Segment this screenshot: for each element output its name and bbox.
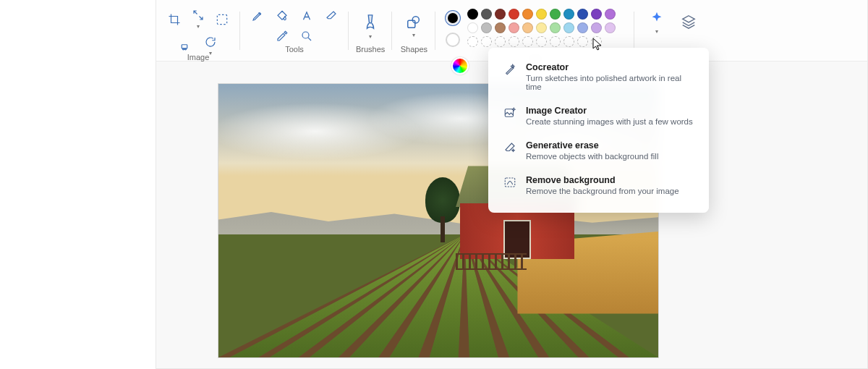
color-swatch[interactable] <box>495 9 506 20</box>
group-label-brushes: Brushes <box>356 45 385 54</box>
chevron-down-icon: ▾ <box>412 32 415 38</box>
color-picker-icon <box>276 30 289 43</box>
svg-rect-0 <box>217 14 226 24</box>
color-swatch[interactable] <box>577 22 588 33</box>
svg-point-4 <box>302 32 309 38</box>
custom-color-slot[interactable] <box>481 36 492 47</box>
fill-icon <box>276 9 289 22</box>
color-swatch[interactable] <box>591 9 602 20</box>
edit-colors-button[interactable] <box>451 57 469 75</box>
fill-button[interactable] <box>275 9 289 23</box>
group-label-tools: Tools <box>285 45 304 54</box>
ai-menu-item-desc: Turn sketches into polished artwork in r… <box>526 74 694 91</box>
custom-color-slot[interactable] <box>467 36 478 47</box>
color-swatch[interactable] <box>563 9 574 20</box>
ai-menu-item-title: Generative erase <box>526 140 658 150</box>
ai-menu-item-cocreator[interactable]: CocreatorTurn sketches into polished art… <box>494 55 703 98</box>
chevron-down-icon: ▾ <box>209 50 212 56</box>
eraser-button[interactable] <box>324 9 339 23</box>
pencil-button[interactable] <box>250 9 265 23</box>
custom-color-slot[interactable] <box>495 36 506 47</box>
ribbon-group-shapes: ▾ Shapes <box>392 9 435 62</box>
wand-icon <box>503 62 517 77</box>
flip-icon <box>180 40 193 53</box>
custom-color-slot[interactable] <box>550 36 561 47</box>
color-swatch[interactable] <box>495 22 506 33</box>
select-icon <box>215 12 229 27</box>
resize-button[interactable]: ▾ <box>192 9 205 30</box>
select-button[interactable] <box>215 12 229 27</box>
brushes-button[interactable]: ▾ <box>362 13 378 40</box>
layers-button[interactable] <box>679 12 698 31</box>
group-label-shapes: Shapes <box>401 45 427 54</box>
custom-color-slot[interactable] <box>536 36 547 47</box>
rotate-icon <box>204 35 217 48</box>
svg-point-2 <box>182 48 184 49</box>
ribbon-group-tools: Tools <box>240 9 349 62</box>
crop-icon <box>168 13 181 26</box>
custom-color-slot[interactable] <box>591 36 602 47</box>
stroke-color-current[interactable] <box>446 11 460 25</box>
color-swatch[interactable] <box>481 22 492 33</box>
color-swatch[interactable] <box>509 9 519 20</box>
magnifier-button[interactable] <box>299 29 314 43</box>
layers-icon <box>681 14 697 30</box>
ai-menu-item-desc: Create stunning images with just a few w… <box>526 117 693 126</box>
copilot-ai-button[interactable] <box>647 9 666 27</box>
ai-menu-item-title: Remove background <box>526 175 679 185</box>
color-swatch[interactable] <box>522 9 533 20</box>
color-swatch[interactable] <box>509 22 519 33</box>
fill-color-current[interactable] <box>446 33 460 47</box>
remove-bg-icon <box>503 175 517 190</box>
chevron-down-icon: ▾ <box>655 28 658 35</box>
ai-menu-item-image-creator[interactable]: Image CreatorCreate stunning images with… <box>494 98 703 133</box>
color-picker-button[interactable] <box>275 29 289 43</box>
group-label-image: Image <box>187 53 210 62</box>
color-swatch[interactable] <box>577 9 588 20</box>
eraser-icon <box>325 9 338 22</box>
color-swatch[interactable] <box>550 22 561 33</box>
color-swatch[interactable] <box>591 22 602 33</box>
color-swatch[interactable] <box>605 9 616 20</box>
svg-rect-1 <box>182 44 187 48</box>
shapes-icon <box>406 14 422 30</box>
flip-button[interactable] <box>179 39 194 54</box>
color-swatch[interactable] <box>536 9 547 20</box>
ribbon-group-brushes: ▾ Brushes <box>349 9 392 62</box>
chevron-down-icon: ▾ <box>197 23 200 30</box>
custom-color-slot[interactable] <box>563 36 574 47</box>
image-sparkle-icon <box>503 106 517 120</box>
text-button[interactable] <box>299 9 314 23</box>
shapes-button[interactable]: ▾ <box>406 14 422 38</box>
color-swatch[interactable] <box>467 9 478 20</box>
ai-menu-item-title: Image Creator <box>526 106 693 116</box>
paint-app-window: ▾ ▾ Image Tools ▾ <box>156 0 868 369</box>
brush-icon <box>362 13 378 32</box>
copilot-ai-menu: CocreatorTurn sketches into polished art… <box>488 48 709 213</box>
custom-color-slot[interactable] <box>577 36 588 47</box>
chevron-down-icon: ▾ <box>369 33 372 40</box>
ai-menu-item-generative-erase[interactable]: Generative eraseRemove objects with back… <box>494 133 703 168</box>
color-swatch[interactable] <box>481 9 492 20</box>
color-swatch[interactable] <box>605 22 616 33</box>
svg-rect-8 <box>505 178 515 187</box>
erase-magic-icon <box>503 140 517 155</box>
ai-menu-item-title: Cocreator <box>526 62 694 72</box>
ai-menu-item-desc: Remove the background from your image <box>526 187 679 195</box>
ribbon-right-tools: ▾ <box>634 9 711 35</box>
resize-icon <box>192 9 205 22</box>
color-palette <box>467 9 616 47</box>
copilot-icon <box>649 10 665 26</box>
ai-menu-item-remove-background[interactable]: Remove backgroundRemove the background f… <box>494 168 703 203</box>
color-swatch[interactable] <box>550 9 561 20</box>
svg-point-3 <box>184 48 186 49</box>
text-icon <box>300 9 313 22</box>
svg-rect-5 <box>408 20 415 27</box>
color-swatch[interactable] <box>563 22 574 33</box>
custom-color-slot[interactable] <box>509 36 519 47</box>
color-swatch[interactable] <box>467 22 478 33</box>
color-swatch[interactable] <box>536 22 547 33</box>
custom-color-slot[interactable] <box>522 36 533 47</box>
color-swatch[interactable] <box>522 22 533 33</box>
crop-button[interactable] <box>167 12 182 27</box>
